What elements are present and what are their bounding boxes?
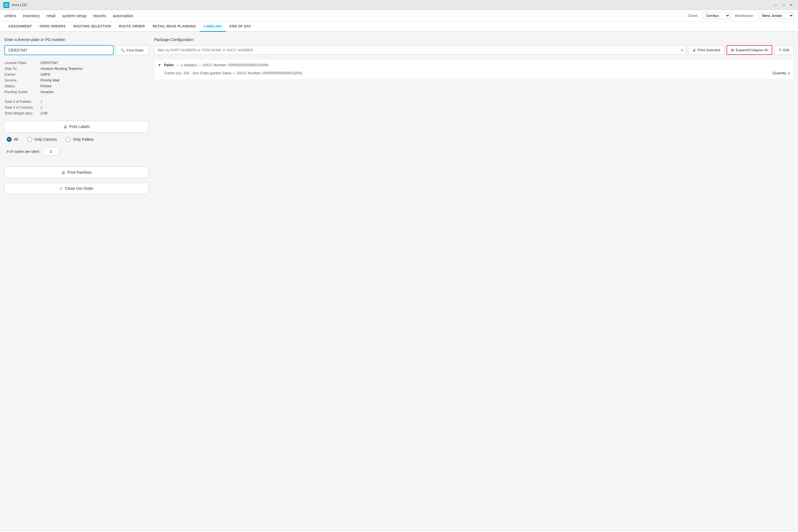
print-labels-button[interactable]: 🖨 Print Labels (4, 121, 149, 132)
close-out-order-button[interactable]: ✓ Close Out Order (4, 183, 149, 194)
print-type-radio-group: All Only Cartons Only Pallets (4, 137, 149, 142)
filter-clear-button[interactable]: ✕ (680, 48, 684, 53)
sub-nav: ASSIGNMENT OPEN ORDERS ROUTING SELECTION… (0, 22, 798, 32)
carton-row: Carton (ic): 105 - Sun Chips garden Sals… (164, 70, 790, 76)
copies-row: # of copies per label: (4, 147, 149, 155)
find-order-button[interactable]: 🔍 Find Order (116, 45, 149, 55)
radio-only-pallets-input[interactable] (66, 137, 71, 142)
ship-to-val: Amazon Routing Testerino (40, 66, 82, 71)
lp-input[interactable] (4, 45, 114, 55)
printer-icon-2: 🖨 (61, 170, 65, 174)
printer-icon-3: 🖨 (692, 48, 696, 52)
radio-only-cartons-input[interactable] (27, 137, 32, 142)
license-plate-val: CER37347 (40, 61, 58, 65)
nav-reports[interactable]: reports (93, 13, 106, 18)
client-select[interactable]: Cerritus (702, 12, 730, 19)
order-details: License Plate: CER37347 Ship To: Amazon … (4, 61, 149, 94)
right-panel: Package Configuration: ✕ 🖨 Print Selecte… (149, 37, 794, 525)
nav-orders[interactable]: orders (4, 13, 16, 18)
search-icon: 🔍 (120, 48, 125, 52)
pallet-row: ▼ Pallet — 1 detail(s) — SSCC Number: 05… (158, 63, 790, 67)
status-key: Status: (4, 84, 40, 88)
main-nav: orders inventory retail system setup rep… (4, 13, 133, 18)
routing-guide-key: Routing Guide: (4, 90, 40, 94)
quantity-info: Quantity: 1 (773, 71, 790, 75)
expand-collapse-button[interactable]: ⊞ Expand/Collapse All (726, 45, 772, 55)
routing-guide-val: Amazon (40, 90, 54, 94)
nav-inventory[interactable]: inventory (23, 13, 40, 18)
subnav-route-order[interactable]: ROUTE ORDER (115, 22, 149, 31)
carrier-val: USPS (40, 72, 50, 76)
pallets-key: Total # of Pallets: (4, 99, 40, 103)
maximize-button[interactable]: □ (781, 2, 786, 8)
service-key: Service: (4, 78, 40, 82)
cartons-link[interactable]: 1 (40, 105, 42, 110)
pallets-val: 1 (40, 99, 42, 103)
service-val: Priority Mail (40, 78, 59, 82)
print-selected-button[interactable]: 🖨 Print Selected (688, 45, 724, 55)
lp-label: Enter a license plate or PO number: (4, 37, 149, 42)
radio-all[interactable]: All (7, 137, 18, 142)
copies-label: # of copies per label: (7, 149, 40, 153)
close-button[interactable]: ✕ (788, 2, 795, 8)
printer-icon: 🖨 (63, 125, 67, 129)
cartons-val: 1 (40, 105, 42, 110)
print-packlists-button[interactable]: 🖨 Print Packlists (4, 167, 149, 178)
cartons-key: Total # of Cartons: (4, 105, 40, 110)
app-title: Arca LOC (12, 3, 27, 7)
filter-input[interactable] (154, 45, 686, 55)
subnav-end-of-day[interactable]: END OF DAY (226, 22, 255, 31)
nav-retail[interactable]: retail (46, 13, 55, 18)
check-icon: ✓ (60, 186, 63, 191)
pallets-link[interactable]: 1 (40, 99, 42, 103)
edit-icon: ✎ (779, 48, 782, 52)
warehouse-select[interactable]: West Jordan (758, 12, 794, 19)
bottom-bar: Show SSCC Numbers 💾 Save Changes (0, 531, 798, 532)
carrier-key: Carrier: (4, 72, 40, 76)
left-panel: Enter a license plate or PO number: 🔍 Fi… (4, 37, 149, 525)
pallet-info: — 1 detail(s) — SSCC Number: 05055555555… (176, 63, 268, 67)
nav-system-setup[interactable]: system setup (62, 13, 87, 18)
carton-info: Carton (ic): 105 - Sun Chips garden Sals… (164, 71, 770, 75)
package-config-label: Package Configuration: (154, 37, 794, 42)
package-tree: ▼ Pallet — 1 detail(s) — SSCC Number: 05… (154, 59, 794, 80)
subnav-routing-selection[interactable]: ROUTING SELECTION (70, 22, 115, 31)
weight-val: 2.00 (40, 111, 48, 115)
license-plate-key: License Plate: (4, 61, 40, 65)
filter-toolbar: ✕ 🖨 Print Selected ⊞ Expand/Collapse All… (154, 45, 794, 55)
pallet-label: Pallet (164, 63, 174, 67)
subnav-labeling[interactable]: LABELING (200, 22, 226, 32)
weight-key: Total Weight (lbs): (4, 111, 40, 115)
subnav-retail-wave-planning[interactable]: RETAIL WAVE PLANNING (149, 22, 200, 31)
warehouse-label: Warehouse: (735, 14, 754, 18)
totals-section: Total # of Pallets: 1 Total # of Cartons… (4, 99, 149, 115)
nav-automation[interactable]: automation (113, 13, 133, 18)
copies-input[interactable] (43, 147, 59, 155)
radio-only-pallets[interactable]: Only Pallets (66, 137, 94, 142)
subnav-open-orders[interactable]: OPEN ORDERS (36, 22, 70, 31)
expand-icon: ⊞ (731, 48, 734, 52)
ship-to-key: Ship To: (4, 66, 40, 71)
edit-button[interactable]: ✎ Edit (775, 45, 794, 55)
status-val: Picked (40, 84, 51, 88)
collapse-triangle[interactable]: ▼ (158, 63, 161, 67)
minimize-button[interactable]: — (772, 2, 779, 8)
app-icon (3, 2, 10, 8)
subnav-assignment[interactable]: ASSIGNMENT (4, 22, 36, 31)
radio-only-cartons[interactable]: Only Cartons (27, 137, 57, 142)
radio-all-input[interactable] (7, 137, 12, 142)
nav-right: Client: Cerritus Warehouse: West Jordan (688, 12, 794, 19)
client-label: Client: (688, 14, 698, 18)
